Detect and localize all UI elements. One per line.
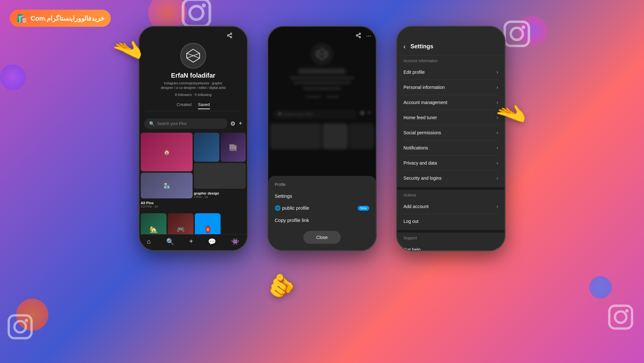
svg-line-27 xyxy=(357,34,359,35)
menu-item-public-profile[interactable]: 🌐 public profile New xyxy=(275,202,369,214)
settings-item-account-mgmt[interactable]: Account management › xyxy=(403,95,498,110)
board-1-meta: 213 Pins · 1w xyxy=(141,205,193,208)
menu-item-copy-link[interactable]: Copy profile link xyxy=(275,214,369,226)
nav-profile-icon[interactable]: 👾 xyxy=(231,238,239,245)
svg-point-14 xyxy=(230,36,232,38)
filter-icon[interactable]: ⚙ xyxy=(230,120,235,127)
board-2-name: graphic design xyxy=(194,191,246,195)
svg-point-13 xyxy=(227,35,229,36)
menu-item-settings[interactable]: Settings xyxy=(275,190,369,202)
svg-line-15 xyxy=(229,36,230,37)
phone-3: ‹ Settings Account information Edit prof… xyxy=(396,26,506,251)
pin-grid: 🏠 🏪 All Pins 213 Pins · 1w xyxy=(139,131,247,211)
phone-2: Created Saved 🔍 Search your Pins ⚙ + xyxy=(267,26,377,251)
profile-header: ErfaN foladifar instagram.com/majestyart… xyxy=(139,27,247,116)
pin-item-2b[interactable]: 🏬 xyxy=(221,133,246,162)
section-divider-1 xyxy=(397,187,505,190)
close-button[interactable]: Close xyxy=(303,231,341,244)
promo-badge: 🛍️ خریدفالووراینستاگرام.Com xyxy=(10,10,111,27)
badge-text: خریدفالووراینستاگرام.Com xyxy=(31,14,104,22)
tab-saved[interactable]: Saved xyxy=(198,100,210,109)
section-title-support: Support xyxy=(403,236,498,240)
search-icon: 🔍 xyxy=(149,121,155,126)
svg-point-25 xyxy=(359,36,361,38)
chevron-right-icon-9: › xyxy=(497,204,498,209)
phone-1: ErfaN foladifar instagram.com/majestyart… xyxy=(138,26,248,251)
new-badge: New xyxy=(358,206,369,211)
settings-section-account: Account information Edit profile › Perso… xyxy=(397,55,505,187)
avatar xyxy=(180,43,206,69)
chevron-right-icon-7: › xyxy=(497,160,498,166)
search-placeholder: Search your Pins xyxy=(157,121,186,126)
chevron-right-icon: › xyxy=(497,69,498,75)
add-pin-icon[interactable]: + xyxy=(239,120,242,127)
tab-created[interactable]: Created xyxy=(176,100,191,109)
section-divider-2 xyxy=(397,230,505,233)
badge-icon: 🛍️ xyxy=(16,13,27,24)
section-title-actions: Actions xyxy=(403,193,498,197)
pin-item-4[interactable] xyxy=(194,163,246,189)
svg-line-16 xyxy=(229,34,230,35)
profile-dropdown-menu: Profile Settings 🌐 public profile New Co… xyxy=(268,176,376,250)
chevron-right-icon-2: › xyxy=(497,84,498,90)
profile-tabs: Created Saved xyxy=(146,100,241,111)
share-icon[interactable] xyxy=(227,33,232,40)
board-2-meta: 2 Pins · 1w xyxy=(194,195,246,198)
nav-search-icon[interactable]: 🔍 xyxy=(166,238,174,245)
search-input-container[interactable]: 🔍 Search your Pins xyxy=(144,119,228,129)
settings-item-security[interactable]: Security and logins › xyxy=(403,171,498,186)
settings-screen: ‹ Settings Account information Edit prof… xyxy=(397,27,505,250)
search-actions: ⚙ + xyxy=(230,120,242,127)
settings-item-get-help[interactable]: Get help ↗ xyxy=(403,242,498,250)
followers-count: 8 followers · 5 following xyxy=(175,93,212,97)
bg-decoration-2 xyxy=(0,64,26,90)
svg-point-1 xyxy=(190,6,203,20)
nav-home-icon[interactable]: ⌂ xyxy=(147,238,151,245)
external-link-icon-1: ↗ xyxy=(494,246,498,250)
bio: instagram.com/majestyartworks · graphicd… xyxy=(161,81,225,90)
svg-rect-0 xyxy=(183,0,210,26)
svg-line-26 xyxy=(357,36,359,37)
phones-container: ErfaN foladifar instagram.com/majestyart… xyxy=(26,26,618,344)
svg-point-24 xyxy=(356,35,358,36)
chevron-right-icon-6: › xyxy=(497,145,498,151)
settings-item-feed-tuner[interactable]: Home feed tuner › xyxy=(403,110,498,125)
phone-2-screen: Created Saved 🔍 Search your Pins ⚙ + xyxy=(268,27,376,250)
board-1-name: All Pins xyxy=(141,201,193,205)
pin-item-2a[interactable] xyxy=(194,133,219,162)
nav-create-icon[interactable]: + xyxy=(189,238,193,245)
search-bar: 🔍 Search your Pins ⚙ + xyxy=(139,116,247,131)
settings-item-add-account[interactable]: Add account › xyxy=(403,199,498,214)
username: ErfaN foladifar xyxy=(171,72,215,79)
settings-section-support: Support Get help ↗ Terms of service ↗ Pr… xyxy=(397,233,505,250)
settings-item-notifications[interactable]: Notifications › xyxy=(403,140,498,156)
svg-point-2 xyxy=(202,4,206,7)
bottom-nav: ⌂ 🔍 + 💬 👾 xyxy=(139,234,247,250)
settings-title: Settings xyxy=(411,43,433,50)
pin-item-3[interactable]: 🏪 xyxy=(141,173,193,198)
settings-item-logout[interactable]: Log out xyxy=(403,214,498,228)
settings-header: ‹ Settings xyxy=(397,27,505,55)
settings-item-edit-profile[interactable]: Edit profile › xyxy=(403,65,498,80)
settings-section-actions: Actions Add account › Log out xyxy=(397,190,505,230)
hand-gesture-2: 🫵 xyxy=(265,270,298,301)
chevron-right-icon-8: › xyxy=(497,175,498,181)
svg-point-12 xyxy=(230,33,232,35)
settings-item-privacy[interactable]: Privacy and data › xyxy=(403,156,498,171)
dropdown-section-title: Profile xyxy=(275,182,369,187)
svg-point-7 xyxy=(14,321,26,332)
pin-item-1[interactable]: 🏠 xyxy=(141,133,193,171)
svg-point-23 xyxy=(359,33,361,35)
pin-column-right: 🏬 graphic design 2 Pins · 1w xyxy=(194,133,246,209)
phone2-share-icon[interactable] xyxy=(355,33,361,40)
svg-point-11 xyxy=(625,309,629,313)
phone2-more-icon[interactable]: ··· xyxy=(366,33,371,39)
phone-1-screen: ErfaN foladifar instagram.com/majestyart… xyxy=(139,27,247,250)
nav-messages-icon[interactable]: 💬 xyxy=(208,238,216,245)
section-title-account: Account information xyxy=(403,59,498,63)
settings-item-personal-info[interactable]: Personal information › xyxy=(403,80,498,95)
back-button[interactable]: ‹ xyxy=(403,43,406,50)
pin-column-left: 🏠 🏪 All Pins 213 Pins · 1w xyxy=(141,133,193,209)
settings-item-social-perms[interactable]: Social permissions › xyxy=(403,125,498,140)
chevron-right-icon-5: › xyxy=(497,130,498,136)
